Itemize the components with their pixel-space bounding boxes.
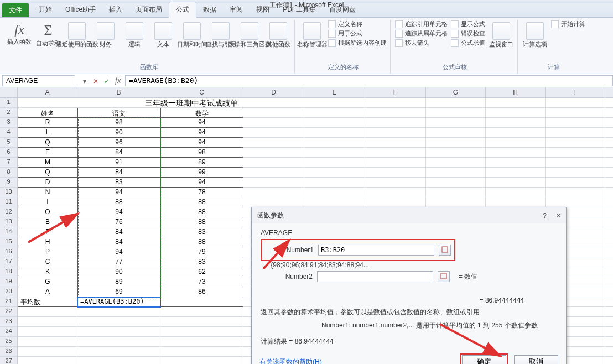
- cell[interactable]: [426, 128, 486, 138]
- cell[interactable]: [243, 138, 304, 148]
- cell[interactable]: 86: [160, 287, 243, 297]
- col-header[interactable]: I: [546, 87, 605, 97]
- cell[interactable]: [426, 148, 486, 158]
- calc-now-button[interactable]: 开始计算: [551, 20, 585, 28]
- cell[interactable]: [160, 337, 243, 347]
- cell[interactable]: [243, 188, 304, 197]
- cell[interactable]: [243, 178, 304, 188]
- cell[interactable]: [486, 98, 546, 108]
- name-manager-button[interactable]: 名称管理器: [299, 20, 325, 48]
- row-header[interactable]: 7: [0, 158, 18, 168]
- cell[interactable]: [365, 108, 426, 118]
- cell[interactable]: 姓名: [18, 108, 77, 118]
- cell[interactable]: [546, 178, 605, 188]
- cell[interactable]: [304, 158, 365, 168]
- cell[interactable]: [605, 277, 613, 287]
- cell[interactable]: [605, 357, 613, 364]
- cell[interactable]: G: [18, 277, 77, 287]
- cell[interactable]: [486, 148, 546, 158]
- cell[interactable]: [486, 168, 546, 178]
- cell[interactable]: [365, 148, 426, 158]
- cell[interactable]: 78: [160, 188, 243, 197]
- cell[interactable]: [486, 128, 546, 138]
- cell[interactable]: [426, 188, 486, 197]
- param2-range-button[interactable]: [438, 271, 450, 282]
- col-header[interactable]: J: [605, 87, 613, 97]
- cell[interactable]: 84: [77, 237, 160, 247]
- row-header[interactable]: 9: [0, 178, 18, 188]
- row-header[interactable]: 16: [0, 247, 18, 257]
- cell[interactable]: P: [18, 247, 77, 257]
- cell[interactable]: 89: [77, 277, 160, 287]
- cell[interactable]: B: [18, 217, 77, 227]
- cell[interactable]: E: [18, 148, 77, 158]
- row-header[interactable]: 17: [0, 257, 18, 267]
- cell[interactable]: [160, 307, 243, 317]
- cell[interactable]: 90: [77, 128, 160, 138]
- cell[interactable]: N: [18, 188, 77, 197]
- row-header[interactable]: 4: [0, 128, 18, 138]
- cell[interactable]: [365, 178, 426, 188]
- formula-dropdown-icon[interactable]: ▾: [80, 76, 90, 86]
- cell[interactable]: [365, 188, 426, 197]
- cell[interactable]: [486, 178, 546, 188]
- show-formulas-button[interactable]: 显示公式: [451, 20, 485, 28]
- cell[interactable]: 84: [77, 227, 160, 237]
- cell[interactable]: [605, 257, 613, 267]
- cell[interactable]: [426, 138, 486, 148]
- row-header[interactable]: 14: [0, 227, 18, 237]
- cell[interactable]: 88: [77, 197, 160, 207]
- tab-office-helper[interactable]: Office助手: [59, 2, 102, 17]
- col-header[interactable]: D: [243, 87, 304, 97]
- param1-range-button[interactable]: [439, 245, 451, 256]
- ok-button[interactable]: 确定: [462, 355, 506, 364]
- cell[interactable]: [546, 108, 605, 118]
- cell[interactable]: 94: [160, 138, 243, 148]
- cell[interactable]: [243, 148, 304, 158]
- tab-review[interactable]: 审阅: [223, 2, 250, 17]
- cell[interactable]: [605, 217, 613, 227]
- cell[interactable]: [426, 118, 486, 128]
- cell[interactable]: [18, 317, 77, 327]
- cell[interactable]: [365, 118, 426, 128]
- cell[interactable]: [365, 197, 426, 207]
- cell[interactable]: [605, 118, 613, 128]
- function-help-link[interactable]: 有关该函数的帮助(H): [259, 357, 322, 365]
- cell[interactable]: 98: [77, 118, 160, 128]
- cell[interactable]: [304, 178, 365, 188]
- cell[interactable]: [77, 337, 160, 347]
- cell[interactable]: [304, 148, 365, 158]
- cell[interactable]: [605, 98, 613, 108]
- cell[interactable]: 88: [160, 217, 243, 227]
- insert-function-button[interactable]: fx插入函数: [7, 20, 32, 45]
- dialog-help-icon[interactable]: ?: [543, 212, 547, 220]
- cell[interactable]: 94: [160, 118, 243, 128]
- cell[interactable]: 83: [77, 178, 160, 188]
- cell[interactable]: [160, 347, 243, 357]
- cell[interactable]: 90: [77, 267, 160, 277]
- remove-arrows-button[interactable]: 移去箭头: [395, 39, 448, 47]
- cell[interactable]: 76: [77, 217, 160, 227]
- cell[interactable]: [18, 357, 77, 364]
- row-header[interactable]: 13: [0, 217, 18, 227]
- row-header[interactable]: 1: [0, 98, 18, 108]
- row-header[interactable]: 10: [0, 188, 18, 197]
- row-header[interactable]: 26: [0, 347, 18, 357]
- row-header[interactable]: 21: [0, 297, 18, 307]
- cell[interactable]: 91: [77, 158, 160, 168]
- cell[interactable]: 三年级一班期中考试成绩单: [18, 98, 365, 108]
- cell[interactable]: [243, 118, 304, 128]
- cell[interactable]: [486, 108, 546, 118]
- cell[interactable]: [365, 158, 426, 168]
- cell[interactable]: [18, 307, 77, 317]
- cell[interactable]: 94: [160, 178, 243, 188]
- cell[interactable]: 94: [77, 188, 160, 197]
- cell[interactable]: [77, 317, 160, 327]
- cell[interactable]: [304, 108, 365, 118]
- row-header[interactable]: 18: [0, 267, 18, 277]
- row-header[interactable]: 15: [0, 237, 18, 247]
- cell[interactable]: [18, 327, 77, 337]
- cell[interactable]: [605, 128, 613, 138]
- cell[interactable]: [160, 327, 243, 337]
- row-header[interactable]: 27: [0, 357, 18, 364]
